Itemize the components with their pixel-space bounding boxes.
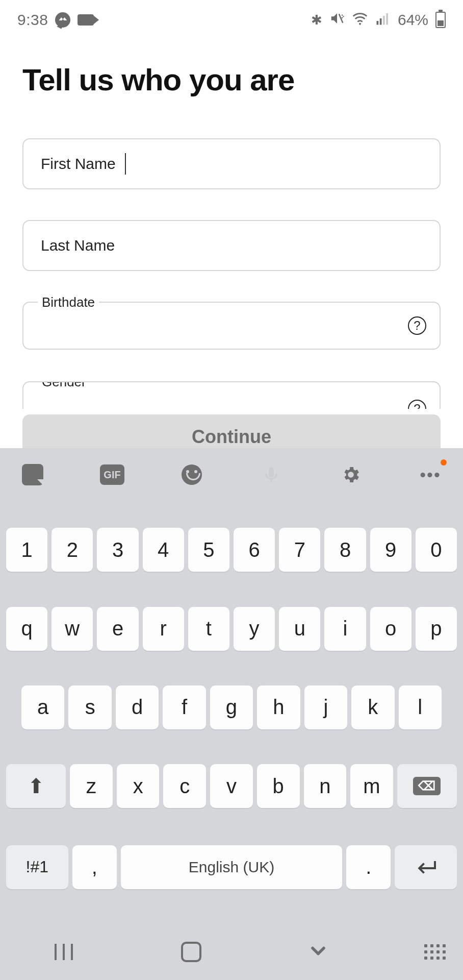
svg-rect-4	[383, 16, 385, 25]
svg-rect-2	[376, 21, 378, 25]
key-y[interactable]: y	[234, 607, 275, 651]
key-p[interactable]: p	[416, 607, 457, 651]
gender-label: Gender	[38, 381, 90, 390]
nav-home[interactable]	[127, 942, 255, 962]
emoji-icon[interactable]	[179, 462, 204, 487]
key-c[interactable]: c	[163, 764, 206, 808]
key-q[interactable]: q	[6, 607, 47, 651]
key-0[interactable]: 0	[416, 528, 457, 572]
nav-keyboard-switch-icon[interactable]	[382, 944, 463, 960]
keyboard-toolbar: GIF •••	[0, 448, 463, 497]
key-w[interactable]: w	[52, 607, 93, 651]
svg-rect-6	[269, 467, 274, 477]
page-title: Tell us who you are	[22, 62, 441, 97]
text-cursor	[125, 153, 126, 175]
status-bar: 9:38 ✱ 64%	[0, 0, 463, 37]
signal-icon	[375, 11, 391, 30]
key-4[interactable]: 4	[143, 528, 184, 572]
svg-point-1	[359, 22, 361, 24]
key-k[interactable]: k	[351, 685, 394, 729]
key-j[interactable]: j	[304, 685, 347, 729]
key-row-asdf: asdfghjkl	[0, 682, 463, 732]
key-z[interactable]: z	[70, 764, 113, 808]
key-5[interactable]: 5	[188, 528, 229, 572]
wifi-icon	[352, 10, 368, 30]
key-m[interactable]: m	[350, 764, 393, 808]
symbols-key[interactable]: !#1	[6, 845, 68, 889]
space-key[interactable]: English (UK)	[121, 845, 343, 889]
sticker-icon[interactable]	[20, 462, 45, 487]
battery-icon	[435, 12, 446, 28]
key-a[interactable]: a	[21, 685, 64, 729]
key-8[interactable]: 8	[324, 528, 366, 572]
shift-key[interactable]: ⬆	[6, 764, 66, 808]
birthdate-help-icon[interactable]: ?	[408, 316, 426, 335]
birthdate-label: Birthdate	[38, 295, 99, 310]
key-row-bottom: !#1 , English (UK) .	[0, 842, 463, 895]
svg-rect-3	[380, 18, 382, 25]
nav-recent[interactable]	[0, 944, 127, 960]
key-h[interactable]: h	[257, 685, 300, 729]
status-right: ✱ 64%	[311, 10, 446, 30]
first-name-field[interactable]: First Name	[22, 138, 441, 189]
key-x[interactable]: x	[117, 764, 160, 808]
key-u[interactable]: u	[279, 607, 320, 651]
soft-keyboard: GIF ••• 1234567890 qwertyuiop asdfghjkl …	[0, 448, 463, 980]
mic-icon[interactable]	[259, 462, 284, 487]
bluetooth-icon: ✱	[311, 12, 322, 28]
svg-rect-5	[386, 13, 388, 25]
key-d[interactable]: d	[116, 685, 159, 729]
key-n[interactable]: n	[304, 764, 347, 808]
key-b[interactable]: b	[257, 764, 300, 808]
mute-vibrate-icon	[329, 11, 345, 30]
battery-percent: 64%	[398, 11, 428, 29]
key-2[interactable]: 2	[52, 528, 93, 572]
settings-icon[interactable]	[339, 462, 363, 487]
key-row-zxcv: ⬆ zxcvbnm ⌫	[0, 761, 463, 813]
key-9[interactable]: 9	[370, 528, 411, 572]
key-g[interactable]: g	[210, 685, 253, 729]
key-3[interactable]: 3	[97, 528, 138, 572]
key-o[interactable]: o	[370, 607, 411, 651]
key-6[interactable]: 6	[234, 528, 275, 572]
first-name-label: First Name	[41, 155, 116, 173]
key-v[interactable]: v	[210, 764, 253, 808]
android-navbar	[0, 924, 463, 980]
messenger-icon	[55, 12, 70, 28]
birthdate-field[interactable]: Birthdate ?	[22, 302, 441, 350]
last-name-label: Last Name	[41, 237, 115, 254]
key-s[interactable]: s	[68, 685, 111, 729]
more-icon[interactable]: •••	[418, 462, 443, 487]
nav-back[interactable]	[254, 940, 382, 964]
key-f[interactable]: f	[163, 685, 205, 729]
key-r[interactable]: r	[143, 607, 184, 651]
key-l[interactable]: l	[399, 685, 442, 729]
key-1[interactable]: 1	[6, 528, 47, 572]
key-row-numbers: 1234567890	[0, 526, 463, 575]
clock: 9:38	[17, 11, 48, 29]
key-i[interactable]: i	[324, 607, 366, 651]
form-content: Tell us who you are First Name Last Name…	[0, 37, 463, 409]
enter-key[interactable]	[395, 845, 457, 889]
backspace-key[interactable]: ⌫	[397, 764, 457, 808]
last-name-field[interactable]: Last Name	[22, 220, 441, 271]
video-icon	[78, 14, 94, 26]
key-e[interactable]: e	[97, 607, 138, 651]
status-left: 9:38	[17, 11, 94, 29]
gender-field[interactable]: Gender ?	[22, 381, 441, 409]
key-row-qwerty: qwertyuiop	[0, 604, 463, 654]
gif-icon[interactable]: GIF	[100, 462, 124, 487]
key-7[interactable]: 7	[279, 528, 320, 572]
period-key[interactable]: .	[346, 845, 391, 889]
comma-key[interactable]: ,	[72, 845, 117, 889]
key-t[interactable]: t	[188, 607, 229, 651]
gender-help-icon[interactable]: ?	[408, 400, 426, 409]
